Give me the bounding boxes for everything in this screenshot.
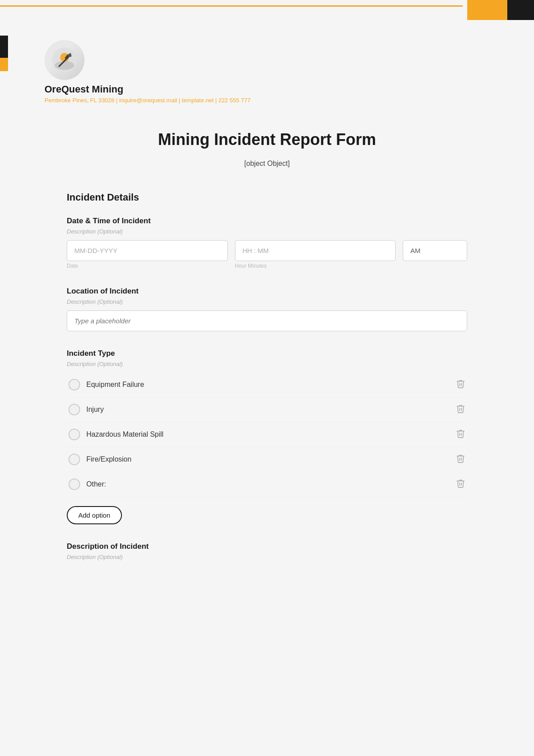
logo-container: OreQuest Mining Pembroke Pines, FL 33028… — [44, 40, 251, 104]
date-time-field-group: Date & Time of Incident Description (Opt… — [67, 217, 467, 269]
time-input[interactable] — [235, 240, 396, 261]
description-description: Description (Optional) — [67, 554, 467, 560]
radio-option-row: Injury — [67, 398, 467, 422]
radio-option-left: Injury — [69, 404, 104, 415]
delete-option-icon-opt2[interactable] — [456, 404, 465, 416]
radio-option-row: Hazardous Material Spill — [67, 422, 467, 447]
top-right-black-box — [507, 0, 534, 20]
ampm-input[interactable] — [403, 240, 467, 261]
radio-option-left: Hazardous Material Spill — [69, 429, 163, 440]
page-wrapper: OreQuest Mining Pembroke Pines, FL 33028… — [0, 4, 534, 614]
date-time-label: Date & Time of Incident — [67, 217, 467, 225]
incident-type-label: Incident Type — [67, 349, 467, 358]
top-orange-line — [0, 5, 463, 7]
company-logo — [44, 40, 85, 80]
radio-label-opt3: Hazardous Material Spill — [86, 430, 163, 438]
radio-circle-opt2[interactable] — [69, 404, 80, 415]
left-accent-orange — [0, 58, 8, 71]
date-input-wrap: Date — [67, 240, 228, 269]
incident-details-section-title: Incident Details — [67, 192, 467, 203]
incident-type-description: Description (Optional) — [67, 361, 467, 367]
location-input[interactable] — [67, 310, 467, 331]
radio-option-left: Fire/Explosion — [69, 454, 131, 465]
delete-option-icon-opt5[interactable] — [456, 479, 465, 491]
add-option-label: Add option — [78, 511, 110, 519]
form-content: Mining Incident Report Form [object Obje… — [67, 130, 467, 560]
header: OreQuest Mining Pembroke Pines, FL 33028… — [44, 27, 490, 104]
date-time-description: Description (Optional) — [67, 228, 467, 235]
delete-option-icon-opt4[interactable] — [456, 454, 465, 466]
top-right-orange-box — [467, 0, 507, 20]
logo-svg — [51, 47, 78, 73]
date-sublabel: Date — [67, 263, 228, 269]
radio-options-list: Equipment Failure Injury Hazardous Mater… — [67, 373, 467, 497]
description-field-group: Description of Incident Description (Opt… — [67, 542, 467, 560]
radio-option-row: Fire/Explosion — [67, 447, 467, 472]
company-info: Pembroke Pines, FL 33028 | inquire@orequ… — [44, 97, 251, 104]
form-description: [object Object] — [67, 158, 467, 169]
radio-label-opt5: Other: — [86, 480, 106, 488]
radio-circle-opt5[interactable] — [69, 479, 80, 490]
radio-label-opt1: Equipment Failure — [86, 381, 144, 389]
location-field-group: Location of Incident Description (Option… — [67, 287, 467, 331]
location-label: Location of Incident — [67, 287, 467, 296]
radio-circle-opt3[interactable] — [69, 429, 80, 440]
delete-option-icon-opt1[interactable] — [456, 379, 465, 391]
radio-option-row: Equipment Failure — [67, 373, 467, 398]
radio-circle-opt4[interactable] — [69, 454, 80, 465]
location-description: Description (Optional) — [67, 298, 467, 305]
ampm-input-wrap: AM — [403, 240, 467, 261]
time-input-wrap: Hour Minutes — [235, 240, 396, 269]
description-label: Description of Incident — [67, 542, 467, 551]
time-sublabel: Hour Minutes — [235, 263, 396, 269]
datetime-row: Date Hour Minutes AM — [67, 240, 467, 269]
radio-option-left: Equipment Failure — [69, 379, 144, 390]
add-option-button[interactable]: Add option — [67, 506, 122, 524]
form-title: Mining Incident Report Form — [67, 130, 467, 149]
radio-label-opt2: Injury — [86, 406, 104, 414]
radio-option-left: Other: — [69, 479, 106, 490]
radio-label-opt4: Fire/Explosion — [86, 455, 131, 463]
company-name: OreQuest Mining — [44, 84, 123, 95]
date-input[interactable] — [67, 240, 228, 261]
radio-circle-opt1[interactable] — [69, 379, 80, 390]
incident-type-field-group: Incident Type Description (Optional) Equ… — [67, 349, 467, 524]
left-accent-black — [0, 36, 8, 58]
svg-point-1 — [55, 61, 74, 70]
top-decoration-bar — [0, 0, 534, 20]
delete-option-icon-opt3[interactable] — [456, 429, 465, 441]
radio-option-row: Other: — [67, 472, 467, 497]
